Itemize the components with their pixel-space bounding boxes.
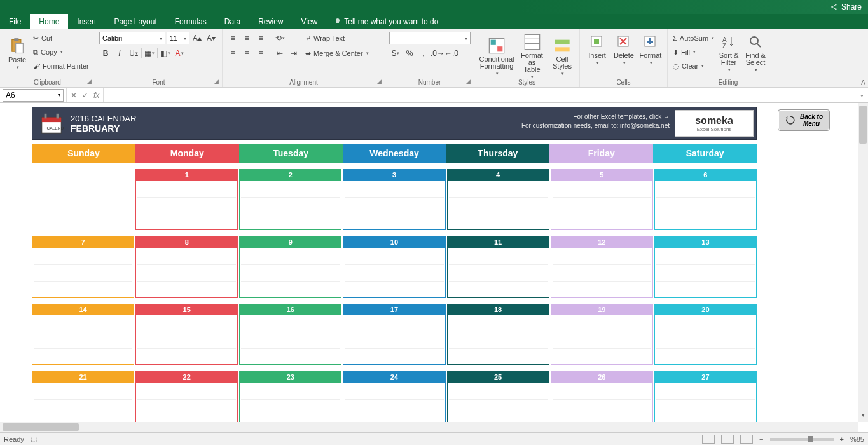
day-body[interactable]	[551, 315, 653, 365]
day-body[interactable]	[239, 181, 341, 230]
comma-format-button[interactable]: ,	[417, 47, 430, 60]
view-page-break-button[interactable]	[740, 435, 753, 444]
align-center-icon[interactable]: ≡	[240, 47, 253, 60]
percent-format-button[interactable]: %	[403, 47, 416, 60]
zoom-slider[interactable]	[770, 438, 834, 441]
calendar-cell[interactable]: 3	[343, 169, 445, 230]
alignment-dialog-launcher[interactable]: ◢	[377, 78, 383, 85]
format-as-table-button[interactable]: Format asTable▾	[515, 31, 549, 81]
tab-insert[interactable]: Insert	[68, 14, 105, 29]
day-body[interactable]	[654, 383, 757, 422]
calendar-cell[interactable]: 24	[343, 371, 445, 422]
calendar-cell[interactable]: 4	[447, 169, 549, 230]
tab-file[interactable]: File	[0, 14, 30, 29]
zoom-level[interactable]: %85	[850, 435, 864, 443]
align-left-icon[interactable]: ≡	[226, 47, 239, 60]
enter-formula-icon[interactable]: ✓	[82, 91, 88, 100]
bold-button[interactable]: B	[99, 47, 112, 60]
delete-cells-button[interactable]: Delete▾	[610, 31, 637, 67]
day-body[interactable]	[654, 248, 757, 298]
calendar-cell[interactable]: 5	[551, 169, 653, 230]
day-body[interactable]	[239, 315, 341, 365]
day-body[interactable]	[343, 383, 445, 422]
zoom-in-button[interactable]: +	[840, 435, 844, 443]
font-name-select[interactable]: Calibri▾	[99, 32, 165, 44]
formula-expand-button[interactable]: ⌄	[856, 92, 868, 98]
day-body[interactable]	[447, 181, 549, 230]
day-body[interactable]	[447, 383, 549, 422]
calendar-cell[interactable]	[32, 169, 134, 230]
day-body[interactable]	[135, 181, 238, 230]
fx-icon[interactable]: fx	[93, 91, 99, 100]
someka-logo[interactable]: someka Excel Solutions	[675, 110, 754, 137]
calendar-cell[interactable]: 12	[551, 236, 653, 298]
find-select-button[interactable]: Find &Select▾	[742, 31, 769, 74]
calendar-cell[interactable]: 13	[654, 236, 757, 298]
calendar-cell[interactable]: 1	[135, 169, 238, 230]
autosum-button[interactable]: ΣAutoSum▾	[672, 32, 715, 44]
day-body[interactable]	[135, 315, 238, 365]
sort-filter-button[interactable]: AZSort &Filter▾	[715, 31, 742, 74]
clipboard-dialog-launcher[interactable]: ◢	[87, 78, 93, 85]
calendar-cell[interactable]: 2	[239, 169, 341, 230]
day-body[interactable]	[654, 181, 757, 230]
clear-button[interactable]: ◌Clear▾	[672, 60, 715, 72]
calendar-cell[interactable]: 25	[447, 371, 549, 422]
calendar-cell[interactable]: 27	[654, 371, 757, 422]
calendar-cell[interactable]: 23	[239, 371, 341, 422]
calendar-cell[interactable]: 26	[551, 371, 653, 422]
calendar-cell[interactable]: 16	[239, 304, 341, 365]
day-body[interactable]	[654, 315, 757, 365]
calendar-cell[interactable]: 22	[135, 371, 238, 422]
horizontal-scrollbar[interactable]	[0, 422, 858, 432]
align-top-icon[interactable]: ≡	[226, 32, 239, 44]
decrease-font-icon[interactable]: A▾	[205, 32, 217, 44]
day-body[interactable]	[551, 383, 653, 422]
cell-styles-button[interactable]: CellStyles▾	[549, 31, 575, 81]
increase-font-icon[interactable]: A▴	[191, 32, 203, 44]
zoom-out-button[interactable]: −	[759, 435, 763, 443]
tab-review[interactable]: Review	[249, 14, 292, 29]
cancel-formula-icon[interactable]: ✕	[71, 91, 77, 100]
calendar-cell[interactable]: 10	[343, 236, 445, 298]
back-to-menu-button[interactable]: Back toMenu	[778, 109, 830, 131]
calendar-cell[interactable]: 11	[447, 236, 549, 298]
decrease-decimal-button[interactable]: ←.0	[445, 47, 458, 60]
tab-view[interactable]: View	[293, 14, 327, 29]
tab-home[interactable]: Home	[30, 14, 68, 29]
macro-record-icon[interactable]: ⬚	[31, 435, 37, 443]
increase-indent-icon[interactable]: ⇥	[287, 47, 300, 60]
copy-button[interactable]: ⧉Copy▾	[32, 46, 90, 58]
format-cells-button[interactable]: Format▾	[637, 31, 664, 67]
calendar-cell[interactable]: 14	[32, 304, 134, 365]
name-box[interactable]: A6▾	[3, 89, 64, 102]
font-color-button[interactable]: A▾	[173, 47, 186, 60]
tab-page-layout[interactable]: Page Layout	[105, 14, 165, 29]
font-dialog-launcher[interactable]: ◢	[214, 78, 221, 85]
align-middle-icon[interactable]: ≡	[240, 32, 253, 44]
day-body[interactable]	[135, 383, 238, 422]
calendar-cell[interactable]: 7	[32, 236, 134, 298]
merge-center-button[interactable]: ⬌Merge & Center▾	[304, 47, 370, 60]
day-body[interactable]	[343, 181, 445, 230]
format-painter-button[interactable]: 🖌Format Painter	[32, 60, 90, 72]
day-body[interactable]	[239, 383, 341, 422]
wrap-text-button[interactable]: ⤶Wrap Text	[304, 32, 370, 44]
day-body[interactable]	[447, 315, 549, 365]
calendar-cell[interactable]: 20	[654, 304, 757, 365]
collapse-ribbon-button[interactable]: ᐱ	[861, 79, 865, 86]
tab-data[interactable]: Data	[216, 14, 249, 29]
day-body[interactable]	[343, 248, 445, 298]
calendar-cell[interactable]: 8	[135, 236, 238, 298]
day-body[interactable]	[32, 248, 134, 298]
day-body[interactable]	[32, 315, 134, 365]
increase-decimal-button[interactable]: .0→	[431, 47, 444, 60]
day-body[interactable]	[551, 181, 653, 230]
accounting-format-button[interactable]: $▾	[389, 47, 402, 60]
calendar-cell[interactable]: 15	[135, 304, 238, 365]
calendar-cell[interactable]: 19	[551, 304, 653, 365]
conditional-formatting-button[interactable]: ConditionalFormatting▾	[478, 31, 515, 81]
view-page-layout-button[interactable]	[721, 435, 734, 444]
day-body[interactable]	[32, 383, 134, 422]
formula-input[interactable]	[104, 89, 856, 102]
